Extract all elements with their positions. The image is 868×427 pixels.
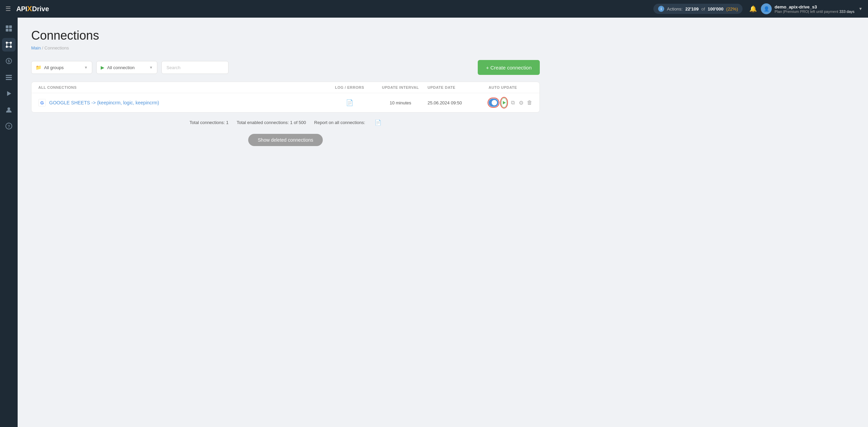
connections-table: ALL CONNECTIONS LOG / ERRORS UPDATE INTE… — [31, 82, 540, 113]
user-info: demo_apix-drive_s3 Plan |Premium PRO| le… — [774, 4, 854, 14]
interval-cell: 10 minutes — [373, 100, 428, 105]
user-name: demo_apix-drive_s3 — [774, 4, 854, 9]
plan-days: 333 days — [839, 9, 854, 14]
sidebar-item-tools[interactable] — [2, 70, 16, 84]
svg-rect-1 — [9, 25, 12, 28]
header-update-interval: UPDATE INTERVAL — [373, 85, 428, 89]
header-log-errors: LOG / ERRORS — [326, 85, 373, 89]
topnav: ☰ APIXDrive i Actions: 22'109 of 100'000… — [0, 0, 868, 18]
connection-type-dropdown[interactable]: ▶ All connection ▼ — [96, 61, 157, 74]
folder-icon: 📁 — [36, 65, 41, 70]
svg-rect-16 — [6, 79, 12, 80]
svg-point-4 — [6, 42, 8, 44]
user-avatar: 👤 — [761, 3, 772, 14]
svg-marker-17 — [7, 91, 11, 96]
create-btn-label: + Create connection — [486, 65, 532, 70]
bell-icon[interactable]: 🔔 — [749, 5, 757, 13]
user-plan: Plan |Premium PRO| left until payment 33… — [774, 9, 854, 14]
svg-text:?: ? — [8, 124, 10, 128]
breadcrumb-sep: / — [42, 45, 44, 50]
summary-row: Total connections: 1 Total enabled conne… — [31, 113, 540, 131]
total-enabled: Total enabled connections: 1 of 500 — [237, 120, 306, 125]
connection-type-label: All connection — [107, 65, 146, 70]
actions-pill: i Actions: 22'109 of 100'000 (22%) — [653, 4, 743, 14]
svg-point-5 — [10, 42, 12, 44]
header-all-connections: ALL CONNECTIONS — [38, 85, 326, 89]
log-document-icon[interactable]: 📄 — [346, 99, 353, 106]
connection-name-link[interactable]: G GOOGLE SHEETS -> (keepincrm, logic, ke… — [38, 99, 326, 106]
actions-limit: 100'000 — [708, 6, 723, 12]
copy-connection-button[interactable]: ⧉ — [510, 98, 515, 107]
svg-text:$: $ — [8, 59, 10, 63]
header-update-date: UPDATE DATE — [428, 85, 489, 89]
logo-drive: Drive — [32, 5, 49, 13]
table-header: ALL CONNECTIONS LOG / ERRORS UPDATE INTE… — [32, 82, 539, 93]
header-auto-update: AUTO UPDATE — [489, 85, 533, 89]
svg-point-18 — [7, 107, 10, 110]
report-icon[interactable]: 📄 — [375, 119, 381, 126]
breadcrumb-current: Connections — [44, 45, 69, 50]
log-cell: 📄 — [326, 99, 373, 106]
svg-rect-15 — [6, 77, 12, 78]
info-icon: i — [658, 6, 664, 12]
main-content: Connections Main / Connections 📁 All gro… — [18, 18, 868, 427]
sidebar-item-connections[interactable] — [2, 38, 16, 52]
svg-rect-0 — [6, 25, 8, 28]
sidebar-item-dashboard[interactable] — [2, 22, 16, 35]
groups-dropdown[interactable]: 📁 All groups ▼ — [31, 61, 92, 74]
svg-rect-14 — [6, 75, 12, 76]
actions-count: 22'109 — [685, 6, 698, 12]
groups-caret: ▼ — [84, 65, 88, 69]
actions-of: of — [701, 6, 705, 12]
google-icon: G — [38, 99, 46, 106]
toolbar: 📁 All groups ▼ ▶ All connection ▼ + Crea… — [31, 60, 540, 75]
play-circle-icon: ▶ — [101, 65, 104, 70]
chevron-down-icon: ▼ — [859, 6, 863, 11]
delete-connection-button[interactable]: 🗑 — [527, 98, 533, 107]
groups-label: All groups — [44, 65, 81, 70]
sidebar-item-billing[interactable]: $ — [2, 54, 16, 68]
logo-api: API — [16, 5, 27, 13]
svg-rect-2 — [6, 29, 8, 32]
sidebar: $ ? — [0, 18, 18, 427]
update-date-cell: 25.06.2024 09:50 — [428, 100, 489, 105]
connection-name-text: GOOGLE SHEETS -> (keepincrm, logic, keep… — [49, 100, 159, 105]
auto-update-toggle[interactable] — [489, 99, 498, 107]
breadcrumb-main[interactable]: Main — [31, 45, 41, 50]
breadcrumb: Main / Connections — [31, 45, 540, 50]
svg-marker-21 — [503, 101, 506, 104]
menu-icon[interactable]: ☰ — [5, 5, 11, 13]
sidebar-item-runs[interactable] — [2, 87, 16, 100]
create-connection-button[interactable]: + Create connection — [478, 60, 540, 75]
logo-x: X — [27, 4, 32, 13]
svg-rect-3 — [9, 29, 12, 32]
user-section[interactable]: 👤 demo_apix-drive_s3 Plan |Premium PRO| … — [761, 3, 863, 14]
actions-pct: (22%) — [726, 6, 738, 12]
total-connections: Total connections: 1 — [190, 120, 229, 125]
sidebar-item-help[interactable]: ? — [2, 119, 16, 133]
show-deleted-button[interactable]: Show deleted connections — [248, 134, 322, 146]
run-now-button[interactable] — [501, 98, 507, 107]
search-input[interactable] — [161, 61, 229, 74]
toggle-knob — [492, 100, 497, 105]
sidebar-item-account[interactable] — [2, 103, 16, 117]
table-row: G GOOGLE SHEETS -> (keepincrm, logic, ke… — [32, 93, 539, 112]
show-deleted-label: Show deleted connections — [258, 137, 313, 143]
svg-point-7 — [10, 46, 12, 48]
svg-point-6 — [6, 46, 8, 48]
page-title: Connections — [31, 28, 540, 43]
connection-caret: ▼ — [149, 65, 153, 69]
plan-label: Plan |Premium PRO| left until payment — [774, 9, 838, 14]
logo: APIXDrive — [16, 4, 49, 13]
settings-connection-button[interactable]: ⚙ — [518, 98, 524, 107]
actions-label: Actions: — [667, 6, 683, 12]
auto-update-cell: ⧉ ⚙ 🗑 — [489, 98, 533, 107]
report-label: Report on all connections: — [314, 120, 365, 125]
